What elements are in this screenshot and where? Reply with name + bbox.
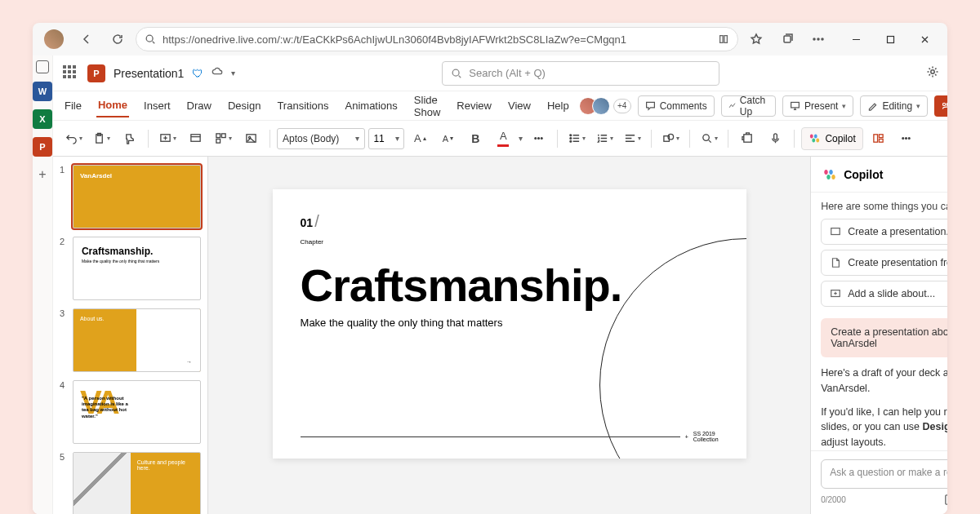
app-siderail: W X P +	[33, 55, 53, 514]
word-app-icon[interactable]: W	[33, 82, 52, 101]
comments-button[interactable]: Comments	[638, 95, 715, 117]
search-box[interactable]: Search (Alt + Q)	[442, 61, 719, 86]
menu-view[interactable]: View	[506, 95, 532, 117]
excel-app-icon[interactable]: X	[33, 109, 52, 129]
more-font-icon[interactable]	[526, 126, 550, 151]
align-button[interactable]: ▾	[620, 126, 644, 151]
menu-design[interactable]: Design	[226, 95, 262, 117]
svg-point-25	[541, 138, 542, 140]
title-dropdown-icon[interactable]: ▾	[231, 69, 235, 78]
add-app-icon[interactable]: +	[33, 165, 52, 184]
collaborators[interactable]: +4	[584, 97, 631, 115]
settings-icon[interactable]	[926, 65, 939, 82]
attach-icon[interactable]	[943, 494, 947, 506]
copilot-pane: Copilot Here are some things you can try…	[810, 157, 947, 514]
paste-button[interactable]: ▾	[89, 126, 114, 151]
svg-rect-1	[784, 36, 791, 42]
increase-font-button[interactable]: A▴	[408, 126, 432, 151]
svg-point-38	[906, 138, 907, 140]
menu-review[interactable]: Review	[455, 95, 493, 117]
slide-chapter: Chapter	[301, 238, 323, 246]
slide-thumbnails: 1VanArsdel 2Craftsmanship.Make the quali…	[53, 157, 208, 514]
copilot-suggestion[interactable]: Create presentation from file...	[821, 250, 947, 276]
slide-thumb-5[interactable]: Culture and people here.	[73, 452, 201, 514]
menu-slideshow[interactable]: Slide Show	[412, 89, 443, 123]
slide-thumb-1[interactable]: VanArsdel	[73, 165, 201, 228]
section-button[interactable]: ▾	[211, 126, 235, 151]
menu-draw[interactable]: Draw	[185, 95, 213, 117]
layout-button[interactable]	[183, 126, 207, 151]
svg-point-24	[537, 138, 539, 140]
save-status-icon[interactable]	[212, 66, 223, 81]
current-slide[interactable]: 01/Chapter Craftsmanship. Make the quali…	[273, 189, 746, 459]
svg-rect-11	[791, 102, 800, 108]
decrease-font-button[interactable]: A▾	[435, 126, 460, 151]
copilot-input[interactable]: Ask a question or make a request.	[821, 459, 947, 489]
ribbon-more-icon[interactable]	[894, 126, 919, 151]
menu-insert[interactable]: Insert	[142, 95, 172, 117]
catchup-button[interactable]: Catch Up	[721, 95, 776, 117]
collab-more[interactable]: +4	[613, 99, 631, 113]
slide-canvas[interactable]: 01/Chapter Craftsmanship. Make the quali…	[208, 157, 810, 514]
bold-button[interactable]: B	[463, 126, 488, 151]
back-button[interactable]	[74, 26, 100, 52]
numbering-button[interactable]: ▾	[592, 126, 617, 151]
font-color-button[interactable]: A	[491, 126, 515, 151]
find-button[interactable]: ▾	[697, 126, 721, 151]
slide-thumb-4[interactable]: VA"A person without imagination is like …	[73, 380, 201, 444]
menu-help[interactable]: Help	[546, 95, 571, 117]
ribbon: ▾ ▾ ▾ ▾ Aptos (Body)▾ 11▾ A▴ A▾ B A ▾ ▾ …	[53, 121, 947, 157]
minimize-button[interactable]	[840, 26, 872, 52]
sensitivity-shield-icon[interactable]: 🛡	[192, 67, 203, 80]
copilot-suggestion[interactable]: Create a presentation...	[821, 219, 947, 245]
format-painter-button[interactable]	[117, 126, 141, 151]
thumb-number: 1	[60, 165, 68, 228]
refresh-button[interactable]	[105, 26, 131, 52]
copilot-response: Here's a draft of your deck about VanArs…	[821, 366, 947, 397]
tab-icon[interactable]	[36, 60, 49, 73]
copilot-suggestion[interactable]: Add a slide about...	[821, 281, 947, 307]
shapes-button[interactable]: ▾	[658, 126, 683, 151]
svg-point-26	[570, 135, 572, 136]
copilot-button[interactable]: Copilot	[801, 127, 862, 150]
svg-point-23	[535, 138, 537, 140]
designer-button[interactable]	[866, 126, 891, 151]
more-icon[interactable]	[805, 26, 831, 52]
present-button[interactable]: Present▾	[782, 95, 853, 117]
picture-button[interactable]	[238, 126, 263, 151]
copilot-body: Here are some things you can try... Crea…	[811, 193, 947, 450]
menu-transitions[interactable]: Transitions	[275, 95, 330, 117]
menu-home[interactable]: Home	[96, 94, 129, 117]
thumb-number: 5	[60, 452, 68, 514]
slide-thumb-3[interactable]: About us.→	[73, 308, 201, 372]
menu-animations[interactable]: Animations	[344, 95, 399, 117]
reading-icon[interactable]	[718, 33, 729, 45]
copilot-intro: Here are some things you can try...	[821, 201, 947, 212]
powerpoint-app-icon[interactable]: P	[33, 137, 52, 157]
favorites-icon[interactable]	[743, 26, 769, 52]
document-title[interactable]: Presentation1	[114, 67, 184, 80]
bullets-button[interactable]: ▾	[564, 126, 589, 151]
collections-icon[interactable]	[774, 26, 800, 52]
address-bar[interactable]: https://onedrive.live.com/:w:/t/EaCKkPs6…	[136, 27, 738, 51]
dictate-button[interactable]	[763, 126, 787, 151]
share-button[interactable]: Share▾	[934, 95, 947, 117]
addins-button[interactable]	[735, 126, 760, 151]
profile-avatar[interactable]	[44, 29, 64, 49]
app-launcher-icon[interactable]	[63, 65, 79, 82]
slide-thumb-2[interactable]: Craftsmanship.Make the quality the only …	[73, 237, 201, 300]
close-button[interactable]	[908, 26, 941, 52]
search-icon	[145, 33, 156, 45]
svg-point-3	[817, 38, 819, 40]
copilot-title: Copilot	[844, 168, 883, 181]
editing-mode-button[interactable]: Editing▾	[860, 95, 928, 117]
font-color-dropdown[interactable]: ▾	[519, 134, 523, 143]
new-slide-button[interactable]: ▾	[155, 126, 180, 151]
menu-file[interactable]: File	[63, 95, 83, 117]
svg-rect-33	[774, 134, 777, 140]
maximize-button[interactable]	[874, 26, 906, 52]
font-size-selector[interactable]: 11▾	[368, 128, 404, 149]
font-selector[interactable]: Aptos (Body)▾	[277, 128, 365, 149]
svg-point-28	[570, 140, 572, 142]
undo-button[interactable]: ▾	[61, 126, 86, 151]
